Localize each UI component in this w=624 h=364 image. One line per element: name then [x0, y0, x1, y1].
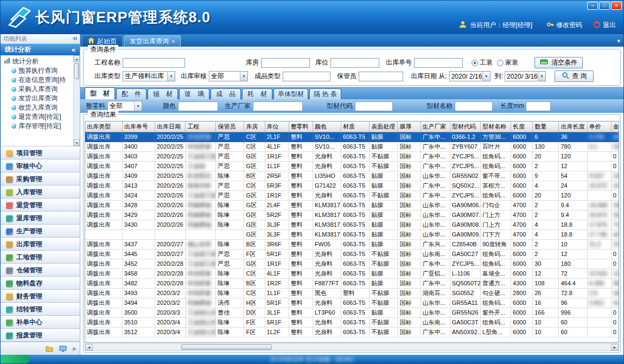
table-cell[interactable]: 贴膜 — [370, 142, 398, 151]
column-header-2[interactable]: 出库日期 — [155, 122, 185, 132]
table-cell[interactable] — [216, 229, 244, 239]
table-cell[interactable]: 整料 — [289, 278, 313, 288]
table-cell[interactable]: G区 — [244, 200, 265, 210]
table-cell[interactable]: 门下方 — [480, 229, 511, 239]
table-cell[interactable]: 茶框方... — [480, 181, 511, 190]
material-tab-5[interactable]: 耗 材 — [242, 88, 272, 99]
table-cell[interactable]: 不贴膜 — [370, 298, 398, 308]
module-scrap[interactable]: 报废管理 — [1, 329, 80, 342]
column-header-9[interactable]: 材质 — [341, 122, 370, 132]
table-cell[interactable]: 光身料 — [313, 190, 341, 200]
table-cell[interactable]: 整料 — [289, 288, 313, 298]
table-cell[interactable]: 整料 — [289, 132, 313, 142]
table-cell[interactable]: 国标 — [398, 132, 421, 142]
horizontal-scrollbar[interactable]: ◄ ► — [85, 343, 619, 351]
table-cell[interactable]: 3L3F — [265, 220, 289, 229]
table-cell[interactable]: 整料 — [289, 298, 313, 308]
table-cell[interactable]: 整料 — [289, 220, 313, 229]
table-cell[interactable]: 严思 — [216, 161, 244, 171]
table-cell[interactable]: 华润原著 — [186, 142, 216, 151]
table-cell[interactable]: 石碣辉城 — [186, 210, 216, 220]
table-cell[interactable]: KLM3817 — [313, 210, 341, 220]
table-cell[interactable]: 华润原著 — [186, 269, 216, 278]
table-cell[interactable]: 41 — [611, 298, 619, 308]
table-cell[interactable]: 6000 — [511, 298, 533, 308]
table-cell[interactable]: 6063-T5 — [341, 327, 370, 337]
table-cell[interactable]: 长安阳光 — [186, 171, 216, 181]
table-cell[interactable]: ZYCJP5... — [450, 151, 480, 161]
minimize-button[interactable]: – — [587, 2, 598, 10]
column-header-7[interactable]: 整零料 — [289, 122, 313, 132]
table-cell[interactable]: 6063-T5 — [341, 200, 370, 210]
table-cell[interactable]: 6063-T5 — [341, 239, 370, 249]
table-cell[interactable]: C区 — [244, 142, 265, 151]
table-cell[interactable]: 组角码... — [480, 259, 511, 269]
table-row[interactable]: 调拨出库35122020/3/4工业园公共工程陈琳F区1L2F整料光身料6063… — [85, 327, 619, 337]
table-cell[interactable]: 6000 — [511, 142, 533, 151]
table-cell[interactable]: 12 — [559, 249, 587, 259]
table-cell[interactable]: 2020/2/26 — [155, 200, 185, 210]
table-cell[interactable]: 3494 — [122, 298, 155, 308]
table-cell[interactable]: 12 — [533, 269, 559, 278]
table-cell[interactable]: 0 — [611, 327, 619, 337]
table-cell[interactable]: 整料 — [289, 327, 313, 337]
product-type-input[interactable] — [283, 72, 330, 81]
table-cell[interactable]: 山东华... — [421, 210, 450, 220]
table-cell[interactable]: 幕墙全... — [480, 269, 511, 278]
table-cell[interactable]: 陈琳 — [216, 239, 244, 249]
table-cell[interactable]: 整料 — [289, 317, 313, 327]
table-cell[interactable]: 光身料 — [313, 161, 341, 171]
table-cell[interactable]: 贴膜 — [370, 239, 398, 249]
table-cell[interactable]: ZYCJP5... — [450, 259, 480, 269]
table-cell[interactable]: 1R1F — [265, 259, 289, 269]
column-header-19[interactable]: 金额 — [611, 122, 619, 132]
table-cell[interactable]: 1R2F — [265, 278, 289, 288]
table-cell[interactable]: 3L3F — [265, 229, 289, 239]
table-cell[interactable]: 6063-T5 — [341, 317, 370, 327]
table-row[interactable]: 调拨出库34092020/2/25长安阳光陈琳B区2R5F整料LI35HO606… — [85, 171, 619, 181]
table-cell[interactable]: 3407 — [122, 161, 155, 171]
table-cell[interactable] — [587, 259, 611, 269]
table-cell[interactable]: 4700 — [511, 229, 533, 239]
table-cell[interactable]: 5R3F — [265, 181, 289, 190]
table-cell[interactable]: 广东中... — [421, 132, 450, 142]
date-to-picker[interactable]: 2020/ 3/16▾ — [505, 71, 546, 81]
table-cell[interactable]: 调拨出库 — [85, 220, 122, 229]
scrollbar-thumb[interactable] — [74, 63, 79, 79]
table-cell[interactable]: 6063-T5 — [341, 278, 370, 288]
table-cell[interactable]: 6000 — [511, 317, 533, 327]
table-cell[interactable]: 3510 — [122, 317, 155, 327]
table-cell[interactable]: 石碣辉城 — [186, 220, 216, 229]
table-cell[interactable]: 2 — [533, 239, 559, 249]
table-cell[interactable]: 工业园公共工程 — [186, 327, 216, 337]
table-cell[interactable]: F区 — [244, 317, 265, 327]
table-cell[interactable]: 123 — [611, 269, 619, 278]
table-cell[interactable]: 6000 — [511, 327, 533, 337]
table-cell[interactable]: GA90M06... — [450, 200, 480, 210]
table-cell[interactable]: 4 — [533, 220, 559, 229]
table-cell[interactable]: 6000 — [511, 259, 533, 269]
table-cell[interactable]: 3493 — [122, 288, 155, 298]
table-cell[interactable]: 广东中... — [421, 259, 450, 269]
table-cell[interactable]: 6063-T5 — [341, 171, 370, 181]
table-cell[interactable] — [587, 161, 611, 171]
table-cell[interactable]: 工业园公共工程 — [186, 317, 216, 327]
table-cell[interactable]: 组角码... — [480, 298, 511, 308]
table-row[interactable]: 调拨出库34072020/2/25工业园严思G区1L1F整料光身料6063-T5… — [85, 161, 619, 171]
table-cell[interactable]: 2020/2/28 — [155, 278, 185, 288]
table-cell[interactable]: 2800 — [511, 288, 533, 298]
table-cell[interactable]: G区 — [244, 229, 265, 239]
table-cell[interactable]: 0 — [611, 308, 619, 317]
table-cell[interactable]: 780 — [559, 142, 587, 151]
table-cell[interactable]: 窗不带... — [480, 171, 511, 181]
table-cell[interactable]: 2R5F — [265, 171, 289, 181]
table-cell[interactable] — [587, 151, 611, 161]
table-cell[interactable]: 光身料 — [313, 269, 341, 278]
sidebar-group-statistics[interactable]: 统计分析 « — [1, 44, 80, 55]
table-cell[interactable]: 广东中... — [421, 278, 450, 288]
table-cell[interactable]: 5R1F — [265, 249, 289, 259]
table-cell[interactable]: 36 — [559, 132, 587, 142]
table-cell[interactable]: 4 — [533, 229, 559, 239]
table-row[interactable]: 调拨出库34942020/3/2石碣辉城汤伟H区5R1F整料光身料6063-T5… — [85, 298, 619, 308]
table-cell[interactable]: 组角码... — [480, 161, 511, 171]
